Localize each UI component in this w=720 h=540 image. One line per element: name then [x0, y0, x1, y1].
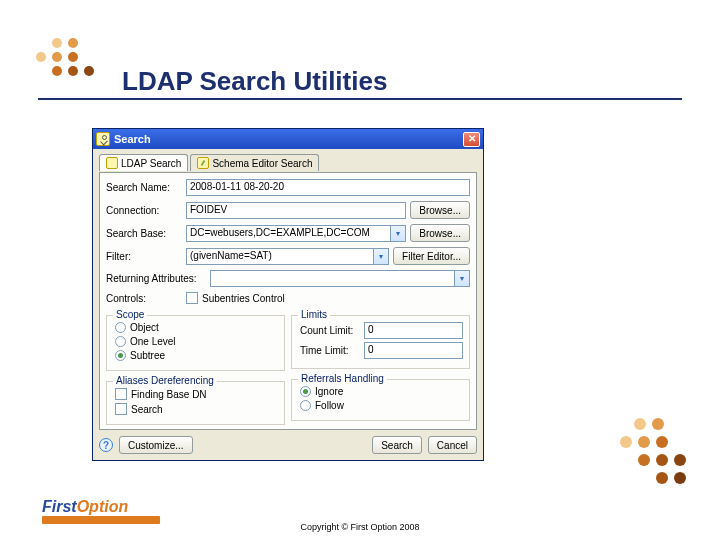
scope-onelevel-radio[interactable] [115, 336, 126, 347]
returning-attrs-dropdown[interactable]: ▾ [455, 270, 470, 287]
aliases-search-checkbox[interactable] [115, 403, 127, 415]
search-base-label: Search Base: [106, 228, 182, 239]
scope-group: Scope Object One Level Subtree [106, 315, 285, 371]
aliases-group-label: Aliases Dereferencing [113, 375, 217, 386]
referrals-ignore-label: Ignore [315, 386, 343, 397]
scope-group-label: Scope [113, 309, 147, 320]
customize-button[interactable]: Customize... [119, 436, 193, 454]
decoration-dots-top [36, 38, 116, 88]
aliases-finding-label: Finding Base DN [131, 389, 207, 400]
tab-label: Schema Editor Search [212, 158, 312, 169]
filter-dropdown[interactable]: ▾ [374, 248, 389, 265]
limits-group: Limits Count Limit:0 Time Limit:0 [291, 315, 470, 369]
controls-label: Controls: [106, 293, 182, 304]
connection-browse-button[interactable]: Browse... [410, 201, 470, 219]
scope-onelevel-label: One Level [130, 336, 176, 347]
logo-text-first: First [42, 498, 77, 515]
connection-input[interactable]: FOIDEV [186, 202, 406, 219]
time-limit-label: Time Limit: [300, 345, 360, 356]
window-title: Search [114, 133, 151, 145]
copyright-text: Copyright © First Option 2008 [0, 522, 720, 532]
search-icon [96, 132, 110, 146]
referrals-group: Referrals Handling Ignore Follow [291, 379, 470, 421]
filter-editor-button[interactable]: Filter Editor... [393, 247, 470, 265]
aliases-finding-checkbox[interactable] [115, 388, 127, 400]
search-name-label: Search Name: [106, 182, 182, 193]
filter-input[interactable]: (givenName=SAT) [186, 248, 374, 265]
company-logo: FirstOption [42, 498, 128, 516]
scope-subtree-radio[interactable] [115, 350, 126, 361]
search-base-browse-button[interactable]: Browse... [410, 224, 470, 242]
logo-text-option: Option [77, 498, 129, 515]
cancel-button[interactable]: Cancel [428, 436, 477, 454]
time-limit-input[interactable]: 0 [364, 342, 463, 359]
connection-label: Connection: [106, 205, 182, 216]
scope-object-radio[interactable] [115, 322, 126, 333]
dialog-footer: ? Customize... Search Cancel [99, 436, 477, 454]
count-limit-input[interactable]: 0 [364, 322, 463, 339]
referrals-group-label: Referrals Handling [298, 373, 387, 384]
referrals-ignore-radio[interactable] [300, 386, 311, 397]
dialog-body: LDAP Search Schema Editor Search Search … [93, 149, 483, 460]
aliases-search-label: Search [131, 404, 163, 415]
tab-panel: Search Name: 2008-01-11 08-20-20 Connect… [99, 172, 477, 430]
search-icon [106, 157, 118, 169]
referrals-follow-label: Follow [315, 400, 344, 411]
decoration-dots-bottom [620, 418, 710, 498]
tab-strip: LDAP Search Schema Editor Search [99, 153, 477, 170]
search-base-input[interactable]: DC=webusers,DC=EXAMPLE,DC=COM [186, 225, 391, 242]
subentries-checkbox[interactable] [186, 292, 198, 304]
search-name-input[interactable]: 2008-01-11 08-20-20 [186, 179, 470, 196]
titlebar[interactable]: Search ✕ [93, 129, 483, 149]
close-button[interactable]: ✕ [463, 132, 480, 147]
scope-subtree-label: Subtree [130, 350, 165, 361]
scope-object-label: Object [130, 322, 159, 333]
aliases-group: Aliases Dereferencing Finding Base DN Se… [106, 381, 285, 425]
search-button[interactable]: Search [372, 436, 422, 454]
returning-attrs-label: Returning Attributes: [106, 273, 206, 284]
tab-ldap-search[interactable]: LDAP Search [99, 154, 188, 171]
returning-attrs-input[interactable] [210, 270, 455, 287]
limits-group-label: Limits [298, 309, 330, 320]
tab-label: LDAP Search [121, 158, 181, 169]
slide-title: LDAP Search Utilities [122, 66, 387, 97]
count-limit-label: Count Limit: [300, 325, 360, 336]
filter-label: Filter: [106, 251, 182, 262]
tab-schema-editor-search[interactable]: Schema Editor Search [190, 154, 319, 171]
search-base-dropdown[interactable]: ▾ [391, 225, 406, 242]
subentries-label: Subentries Control [202, 293, 285, 304]
help-icon[interactable]: ? [99, 438, 113, 452]
editor-icon [197, 157, 209, 169]
search-dialog: Search ✕ LDAP Search Schema Editor Searc… [92, 128, 484, 461]
slide-underline [38, 98, 682, 100]
referrals-follow-radio[interactable] [300, 400, 311, 411]
